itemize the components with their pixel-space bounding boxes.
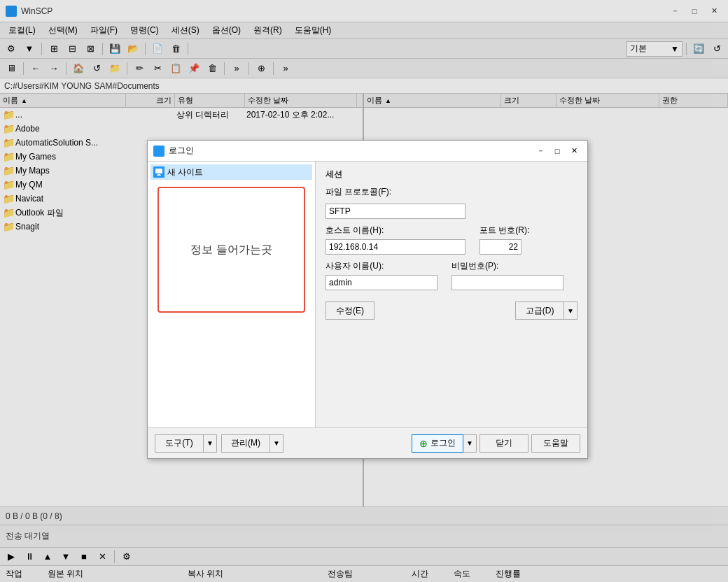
- modal-overlay: 로그인 － □ ✕: [0, 0, 728, 582]
- tools-button[interactable]: 도구(T): [155, 434, 204, 453]
- host-label: 호스트 이름(H):: [326, 225, 465, 236]
- advanced-dropdown[interactable]: ▼: [564, 301, 578, 320]
- settings-panel: 세션 파일 프로토콜(F): 호스트 이름(H): 포트 번호(R):: [316, 162, 587, 427]
- placeholder-box: 정보 들어가는곳: [158, 187, 305, 313]
- svg-rect-0: [155, 169, 162, 173]
- port-label: 포트 번호(R):: [479, 225, 542, 236]
- advanced-btn-group: 고급(D) ▼: [515, 301, 578, 320]
- help-button[interactable]: 도움말: [531, 434, 580, 453]
- manage-button[interactable]: 관리(M): [221, 434, 270, 453]
- advanced-button[interactable]: 고급(D): [515, 301, 564, 320]
- dialog-controls: － □ ✕: [533, 145, 582, 157]
- manage-btn-group: 관리(M) ▼: [221, 434, 284, 453]
- dialog-title-left: 로그인: [153, 145, 194, 157]
- tree-panel: 새 사이트 정보 들어가는곳: [148, 162, 316, 427]
- svg-rect-2: [157, 175, 161, 176]
- pass-label: 비밀번호(P):: [451, 260, 564, 272]
- footer-left: 도구(T) ▼ 관리(M) ▼: [155, 434, 284, 453]
- host-input[interactable]: [326, 239, 465, 255]
- port-input[interactable]: [479, 239, 522, 255]
- dialog-close-btn[interactable]: ✕: [566, 145, 582, 157]
- tools-dropdown[interactable]: ▼: [204, 434, 217, 453]
- form-group-pass: 비밀번호(P):: [451, 260, 564, 290]
- svg-rect-1: [158, 174, 160, 175]
- protocol-input[interactable]: [326, 204, 465, 219]
- user-label: 사용자 이름(U):: [326, 260, 438, 272]
- form-group-port: 포트 번호(R):: [479, 225, 542, 255]
- form-row-protocol: 파일 프로토콜(F):: [326, 186, 578, 198]
- dialog-footer: 도구(T) ▼ 관리(M) ▼ ⊕ 로그인 ▼ 닫기 도움말: [148, 427, 587, 458]
- dialog-body: 새 사이트 정보 들어가는곳 세션 파일 프로토콜(F):: [148, 162, 587, 427]
- protocol-label: 파일 프로토콜(F):: [326, 186, 391, 198]
- pass-input[interactable]: [451, 275, 564, 290]
- login-dropdown[interactable]: ▼: [463, 434, 477, 453]
- login-dialog: 로그인 － □ ✕: [147, 140, 588, 459]
- tree-item-new-site[interactable]: 새 사이트: [150, 164, 312, 180]
- computer-icon: [153, 166, 164, 178]
- login-button[interactable]: ⊕ 로그인: [412, 434, 463, 453]
- dialog-close-footer-btn[interactable]: 닫기: [479, 434, 528, 453]
- form-row-protocol-input: [326, 204, 578, 219]
- section-label-session: 세션: [326, 169, 578, 180]
- dialog-maximize-btn[interactable]: □: [550, 145, 565, 157]
- form-row-edit-advanced: 수정(E) 고급(D) ▼: [326, 301, 578, 320]
- dialog-title-text: 로그인: [169, 145, 194, 157]
- tools-btn-group: 도구(T) ▼: [155, 434, 217, 453]
- user-input[interactable]: [326, 275, 438, 290]
- manage-dropdown[interactable]: ▼: [270, 434, 284, 453]
- form-group-host: 호스트 이름(H):: [326, 225, 465, 255]
- form-row-two-user: 사용자 이름(U): 비밀번호(P):: [326, 260, 578, 290]
- dialog-minimize-btn[interactable]: －: [533, 145, 548, 157]
- form-group-user: 사용자 이름(U):: [326, 260, 438, 290]
- dialog-title-bar: 로그인 － □ ✕: [148, 141, 587, 162]
- placeholder-text: 정보 들어가는곳: [190, 243, 272, 257]
- edit-button[interactable]: 수정(E): [326, 301, 374, 320]
- login-dialog-icon: [153, 146, 164, 157]
- footer-right: ⊕ 로그인 ▼ 닫기 도움말: [412, 434, 580, 453]
- tree-item-new-site-label: 새 사이트: [167, 166, 203, 178]
- login-btn-group: ⊕ 로그인 ▼: [412, 434, 477, 453]
- form-row-two-host: 호스트 이름(H): 포트 번호(R):: [326, 225, 578, 255]
